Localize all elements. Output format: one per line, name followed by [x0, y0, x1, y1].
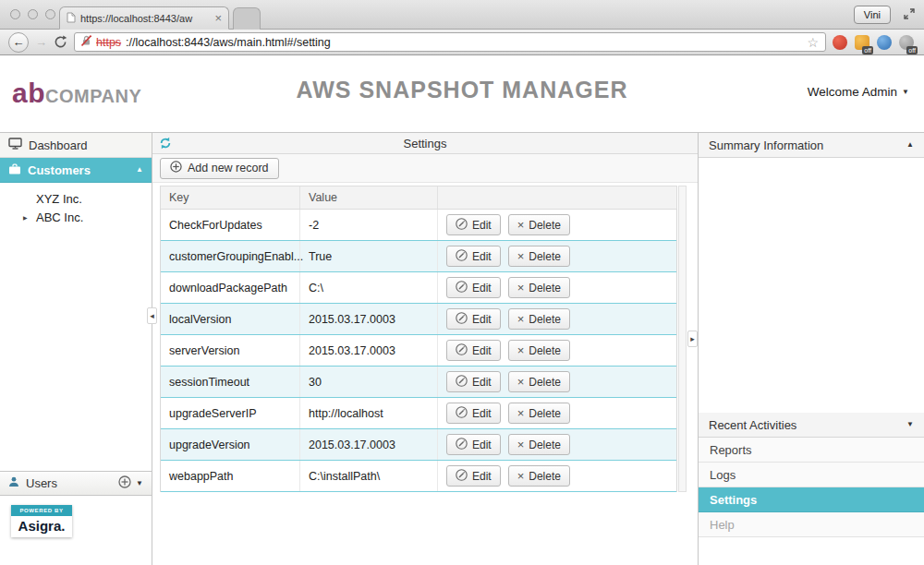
cell-actions: Edit × Delete [438, 461, 676, 491]
table-row: webappPath C:\installPath\ Edit × Delete [161, 461, 676, 492]
right-panel: Summary Information ▲ Recent Activities … [698, 132, 924, 565]
edit-button-label: Edit [472, 407, 492, 420]
sidebar-item-customers[interactable]: Customers ▲ [0, 158, 152, 183]
delete-button[interactable]: × Delete [508, 277, 570, 298]
chevron-up-icon[interactable]: ▲ [906, 141, 914, 149]
table-row: sessionTimeout 30 Edit × Delete [161, 367, 676, 398]
menu-item-logs[interactable]: Logs [699, 463, 924, 487]
extension-off-badge: off [862, 46, 873, 54]
delete-button[interactable]: × Delete [508, 308, 570, 330]
tab-close-icon[interactable]: × [214, 12, 222, 24]
edit-button[interactable]: Edit [446, 340, 501, 361]
fullscreen-icon[interactable] [904, 8, 915, 19]
address-bar[interactable]: https ://localhost:8443/aws/main.html#/s… [74, 32, 826, 52]
delete-button[interactable]: × Delete [508, 246, 570, 267]
sidebar-customer-item[interactable]: ▶ ABC Inc. [0, 208, 152, 226]
edit-button[interactable]: Edit [446, 465, 501, 487]
menu-item-label: Help [710, 518, 735, 532]
bookmark-star-icon[interactable]: ☆ [807, 36, 819, 49]
window-close-button[interactable] [10, 9, 20, 19]
cell-value: http://localhost [300, 398, 438, 428]
delete-button-label: Delete [529, 470, 561, 483]
cell-actions: Edit × Delete [438, 210, 676, 240]
delete-button[interactable]: × Delete [508, 214, 570, 235]
browser-tab[interactable]: https://localhost:8443/aw × [59, 6, 229, 30]
edit-button-label: Edit [472, 250, 492, 263]
collapse-left-handle[interactable]: ◂ [147, 307, 157, 324]
cell-value: 2015.03.17.0003 [300, 335, 438, 366]
recent-activities-header[interactable]: Recent Activities ▼ [699, 413, 924, 438]
edit-button-label: Edit [472, 439, 492, 451]
edit-button[interactable]: Edit [446, 246, 501, 267]
delete-x-icon: × [517, 407, 525, 419]
sidebar-item-users[interactable]: Users ▼ [0, 471, 152, 496]
delete-x-icon: × [517, 344, 525, 356]
menu-item-help[interactable]: Help [699, 512, 924, 537]
delete-button[interactable]: × Delete [508, 371, 570, 392]
globe-extension-icon[interactable] [877, 35, 892, 50]
menu-item-settings[interactable]: Settings [699, 487, 924, 512]
settings-panel: Settings Add new record Key Value CheckF… [152, 132, 698, 565]
chevron-down-icon[interactable]: ▼ [906, 421, 914, 428]
delete-x-icon: × [517, 470, 525, 482]
edit-button[interactable]: Edit [446, 403, 501, 424]
delete-button[interactable]: × Delete [508, 340, 570, 361]
table-scrollbar[interactable] [678, 186, 687, 492]
delete-button[interactable]: × Delete [508, 434, 570, 455]
table-row: downloadPackagePath C:\ Edit × Delete [161, 272, 676, 304]
cell-actions: Edit × Delete [438, 272, 676, 303]
collapse-right-handle[interactable]: ▸ [687, 331, 698, 347]
edit-button[interactable]: Edit [446, 277, 501, 298]
edit-button[interactable]: Edit [446, 214, 501, 235]
insecure-lock-icon[interactable] [81, 35, 91, 49]
browser-titlebar: https://localhost:8443/aw × Vini [0, 0, 924, 30]
edit-button-label: Edit [472, 282, 492, 295]
main-content: Dashboard Customers ▲ ▶ XYZ Inc. ▶ ABC I… [0, 129, 924, 565]
person-icon [8, 476, 19, 490]
edit-pencil-icon [456, 438, 468, 452]
delete-button[interactable]: × Delete [508, 465, 570, 487]
menu-item-reports[interactable]: Reports [699, 438, 924, 463]
summary-panel-header[interactable]: Summary Information ▲ [699, 133, 924, 158]
extension-orange-icon[interactable]: off [855, 35, 869, 50]
add-user-icon[interactable] [118, 475, 131, 491]
background-tab[interactable] [233, 7, 261, 30]
edit-pencil-icon [456, 281, 468, 295]
customer-label: XYZ Inc. [36, 192, 82, 206]
chevron-right-icon[interactable]: ▶ [23, 214, 28, 221]
forward-button[interactable]: → [35, 35, 47, 49]
delete-x-icon: × [517, 376, 525, 388]
add-record-label: Add new record [188, 162, 269, 174]
edit-pencil-icon [456, 469, 468, 484]
window-zoom-button[interactable] [45, 9, 55, 19]
cell-key: downloadPackagePath [161, 272, 300, 303]
profile-chip[interactable]: Vini [854, 6, 891, 24]
edit-button[interactable]: Edit [446, 308, 501, 330]
window-minimize-button[interactable] [28, 9, 38, 19]
column-header-key[interactable]: Key [161, 186, 300, 209]
refresh-icon[interactable] [159, 137, 172, 150]
column-header-actions [438, 186, 676, 209]
edit-pencil-icon [456, 343, 468, 358]
adblock-icon[interactable] [833, 35, 847, 50]
edit-button[interactable]: Edit [446, 371, 501, 392]
cell-actions: Edit × Delete [438, 398, 676, 428]
add-record-button[interactable]: Add new record [160, 158, 279, 179]
back-button[interactable]: ← [8, 32, 29, 53]
column-header-value[interactable]: Value [300, 186, 438, 209]
chevron-down-icon[interactable]: ▼ [136, 480, 143, 487]
reload-button[interactable] [54, 35, 67, 49]
user-menu[interactable]: Welcome Admin ▼ [808, 85, 909, 99]
extension-gray-icon[interactable]: off [899, 35, 914, 50]
delete-button-label: Delete [529, 344, 561, 357]
cell-key: sessionTimeout [161, 367, 300, 397]
recent-activities-title: Recent Activities [709, 418, 796, 432]
delete-button[interactable]: × Delete [508, 403, 570, 424]
edit-button[interactable]: Edit [446, 434, 501, 455]
sidebar-item-dashboard[interactable]: Dashboard [0, 133, 152, 158]
cell-value: 30 [300, 367, 438, 397]
sidebar-customer-item[interactable]: ▶ XYZ Inc. [0, 189, 152, 208]
recent-menu: Reports Logs Settings Help [699, 438, 924, 537]
settings-table: Key Value CheckForUpdates -2 Edit × Dele… [160, 186, 698, 492]
powered-by-area: POWERED BY Asigra. [0, 496, 152, 565]
